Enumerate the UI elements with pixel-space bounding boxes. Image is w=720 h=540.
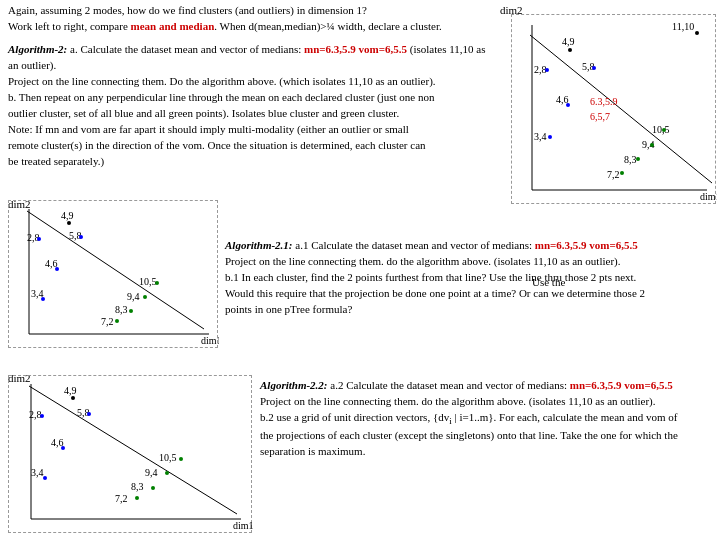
svg-point-16 xyxy=(67,221,71,225)
svg-point-34 xyxy=(165,471,169,475)
algo22-b2: the projections of each cluster (except … xyxy=(260,428,715,444)
algo21-title: Algorithm-2.1: xyxy=(225,239,293,251)
point-4-9-ml: 4,9 xyxy=(61,210,74,221)
svg-point-8 xyxy=(548,135,552,139)
point-10-5-bl: 10,5 xyxy=(159,452,177,463)
svg-point-22 xyxy=(143,295,147,299)
work-suffix: . When d(mean,median)>¼ width, declare a… xyxy=(214,20,441,32)
algo21-b1: b.1 In each cluster, find the 2 points f… xyxy=(225,270,713,286)
diagram-mid-left: dim1 4,9 2,8 5,8 4,6 10,5 3,4 9,4 xyxy=(8,200,218,348)
point-11-10-tr: 11,10 xyxy=(672,21,694,32)
intro-line2: Work left to right, compare mean and med… xyxy=(8,20,442,32)
svg-point-35 xyxy=(151,486,155,490)
diagram-bot-left-svg: dim1 4,9 2,8 5,8 4,6 10,5 3,4 9,4 xyxy=(9,376,253,534)
algo2-line1: Algorithm-2: a. Calculate the dataset me… xyxy=(8,42,486,74)
diagram-top-right: dim1 11,10 4,9 2,8 5,8 6.3,5.9 4,6 6,5,7 xyxy=(511,14,716,204)
mn-label-tr: 6.3,5.9 xyxy=(590,96,618,107)
algo22-title: Algorithm-2.2: xyxy=(260,379,328,391)
work-left-text: Work left to right, compare xyxy=(8,20,131,32)
algo2-block: Algorithm-2: a. Calculate the dataset me… xyxy=(8,42,486,170)
point-10-5-ml: 10,5 xyxy=(139,276,157,287)
point-5-8-tr: 5,8 xyxy=(582,61,595,72)
algo22-b3: separation is maximum. xyxy=(260,444,715,460)
svg-point-32 xyxy=(179,457,183,461)
algo21-a-prefix: a.1 Calculate the dataset mean and vecto… xyxy=(295,239,534,251)
algo22-mn: mn=6.3,5.9 vom=6,5.5 xyxy=(570,379,673,391)
diagram-mid-left-svg: dim1 4,9 2,8 5,8 4,6 10,5 3,4 9,4 xyxy=(9,201,219,349)
svg-line-2 xyxy=(530,35,712,183)
svg-point-6 xyxy=(592,66,596,70)
algo2-a-prefix: a. Calculate the dataset mean and vector… xyxy=(70,43,304,55)
point-5-8-bl: 5,8 xyxy=(77,407,90,418)
point-3-4-ml: 3,4 xyxy=(31,288,44,299)
svg-point-3 xyxy=(695,31,699,35)
vom-label-tr: 6,5,7 xyxy=(590,111,610,122)
dim1-label-tr: dim1 xyxy=(700,191,717,202)
point-2-8-tr: 2,8 xyxy=(534,64,547,75)
svg-point-10 xyxy=(650,143,654,147)
algo2-b2: b. Then repeat on any perpendicular line… xyxy=(8,90,486,106)
algo2-mn: mn=6.3,5.9 vom=6,5.5 xyxy=(304,43,407,55)
svg-point-12 xyxy=(620,171,624,175)
algo22-b1: b.2 use a grid of unit direction vectors… xyxy=(260,410,715,428)
point-3-4-bl: 3,4 xyxy=(31,467,44,478)
dim1-label-bl: dim1 xyxy=(233,520,253,531)
svg-point-11 xyxy=(636,157,640,161)
svg-point-18 xyxy=(79,235,83,239)
diagram-top-right-svg: dim1 11,10 4,9 2,8 5,8 6.3,5.9 4,6 6,5,7 xyxy=(512,15,717,205)
svg-point-31 xyxy=(61,446,65,450)
point-2-8-ml: 2,8 xyxy=(27,232,40,243)
svg-point-5 xyxy=(545,68,549,72)
diagram-bot-left: dim1 4,9 2,8 5,8 4,6 10,5 3,4 9,4 xyxy=(8,375,252,533)
svg-point-36 xyxy=(135,496,139,500)
point-7-2-bl: 7,2 xyxy=(115,493,128,504)
algo21-line1: Algorithm-2.1: a.1 Calculate the dataset… xyxy=(225,238,713,254)
svg-point-7 xyxy=(566,103,570,107)
svg-point-24 xyxy=(115,319,119,323)
svg-point-20 xyxy=(155,281,159,285)
algo2-note2: remote cluster(s) in the direction of th… xyxy=(8,138,486,154)
point-7-2-ml: 7,2 xyxy=(101,316,114,327)
algo2-note3: be treated separately.) xyxy=(8,154,486,170)
use-the-text: Use the xyxy=(532,276,565,288)
algo2-b3: outlier cluster, set of all blue and all… xyxy=(8,106,486,122)
point-8-3-bl: 8,3 xyxy=(131,481,144,492)
algo2-b1: Project on the line connecting them. Do … xyxy=(8,74,486,90)
algo22-a2: Project on the line connecting them. do … xyxy=(260,394,715,410)
mean-median-highlight: mean and median xyxy=(131,20,215,32)
algo21-a2: Project on the line connecting them. do … xyxy=(225,254,713,270)
svg-point-29 xyxy=(40,414,44,418)
point-4-9-bl: 4,9 xyxy=(64,385,77,396)
dim1-label-ml: dim1 xyxy=(201,335,219,346)
point-4-6-tr: 4,6 xyxy=(556,94,569,105)
point-8-3-ml: 8,3 xyxy=(115,304,128,315)
svg-point-19 xyxy=(55,267,59,271)
algo22-line1: Algorithm-2.2: a.2 Calculate the dataset… xyxy=(260,378,715,394)
svg-point-23 xyxy=(129,309,133,313)
algo21-mn: mn=6.3,5.9 vom=6,5.5 xyxy=(535,239,638,251)
algo22-block: Algorithm-2.2: a.2 Calculate the dataset… xyxy=(260,378,715,460)
point-3-4-tr: 3,4 xyxy=(534,131,547,142)
point-5-8-ml: 5,8 xyxy=(69,230,82,241)
svg-point-33 xyxy=(43,476,47,480)
algo22-a-prefix: a.2 Calculate the dataset mean and vecto… xyxy=(330,379,569,391)
algo21-b2: Would this require that the projection b… xyxy=(225,286,713,302)
algo2-title: Algorithm-2: xyxy=(8,43,67,55)
point-4-9-tr: 4,9 xyxy=(562,36,575,47)
point-10-5-tr: 10,5 xyxy=(652,124,670,135)
svg-point-9 xyxy=(662,128,666,132)
point-8-3-tr: 8,3 xyxy=(624,154,637,165)
point-4-6-bl: 4,6 xyxy=(51,437,64,448)
algo2-note1: Note: If mn and vom are far apart it sho… xyxy=(8,122,486,138)
svg-point-28 xyxy=(71,396,75,400)
algo21-block: Algorithm-2.1: a.1 Calculate the dataset… xyxy=(225,238,713,318)
algo21-b3: points in one pTree formula? xyxy=(225,302,713,318)
point-9-4-ml: 9,4 xyxy=(127,291,140,302)
point-7-2-tr: 7,2 xyxy=(607,169,620,180)
point-4-6-ml: 4,6 xyxy=(45,258,58,269)
intro-line1: Again, assuming 2 modes, how do we find … xyxy=(8,4,367,16)
svg-line-27 xyxy=(29,386,237,514)
svg-point-4 xyxy=(568,48,572,52)
point-9-4-bl: 9,4 xyxy=(145,467,158,478)
svg-point-30 xyxy=(87,412,91,416)
